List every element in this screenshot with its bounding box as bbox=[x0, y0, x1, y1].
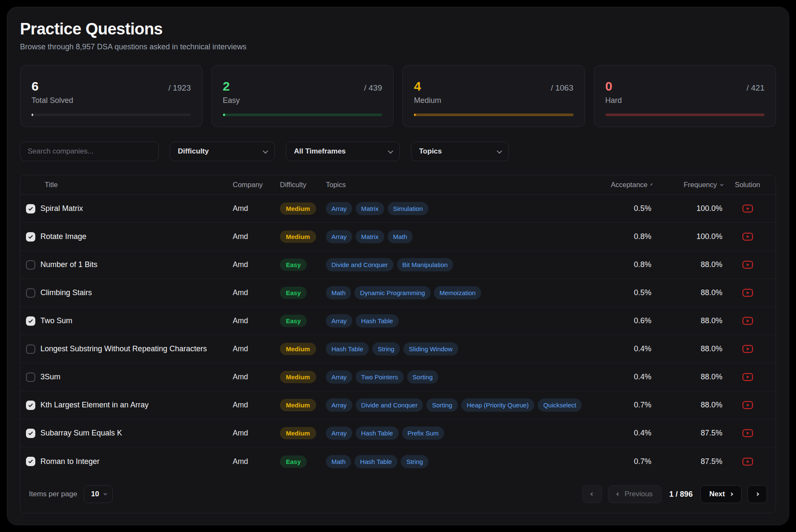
first-page-button[interactable] bbox=[582, 485, 602, 503]
solution-video-button[interactable] bbox=[742, 401, 753, 409]
topic-pill[interactable]: Sorting bbox=[407, 370, 439, 384]
topic-pill[interactable]: Matrix bbox=[356, 230, 384, 243]
topic-pill[interactable]: Array bbox=[326, 398, 352, 412]
topic-pill[interactable]: Array bbox=[326, 314, 352, 327]
topic-pill[interactable]: Memoization bbox=[434, 286, 481, 299]
topic-pill[interactable]: Two Pointers bbox=[356, 370, 404, 384]
table-row[interactable]: Subarray Sum Equals K Amd Medium ArrayHa… bbox=[20, 419, 776, 447]
topic-pill[interactable]: Bit Manipulation bbox=[397, 258, 454, 271]
progress-bar bbox=[605, 114, 765, 116]
table-row[interactable]: Two Sum Amd Easy ArrayHash Table 0.6% 88… bbox=[20, 307, 776, 335]
topics-cell: MathDynamic ProgrammingMemoization bbox=[326, 286, 614, 299]
solved-checkbox[interactable] bbox=[26, 260, 35, 270]
solved-checkbox[interactable] bbox=[26, 204, 35, 213]
row-title[interactable]: Kth Largest Element in an Array bbox=[40, 401, 148, 410]
company-cell: Amd bbox=[233, 288, 280, 297]
solved-checkbox[interactable] bbox=[26, 344, 35, 354]
row-title[interactable]: Two Sum bbox=[40, 316, 72, 325]
topic-pill[interactable]: Quickselect bbox=[538, 398, 582, 412]
solution-video-button[interactable] bbox=[742, 345, 753, 353]
row-title[interactable]: Number of 1 Bits bbox=[40, 260, 97, 269]
topic-pill[interactable]: Math bbox=[326, 286, 351, 299]
topic-pill[interactable]: Divide and Conquer bbox=[326, 258, 394, 271]
solution-video-button[interactable] bbox=[742, 233, 753, 241]
solution-video-button[interactable] bbox=[742, 458, 753, 466]
table-row[interactable]: Climbing Stairs Amd Easy MathDynamic Pro… bbox=[20, 279, 776, 307]
acceptance-cell: 0.4% bbox=[614, 429, 663, 438]
solved-checkbox[interactable] bbox=[26, 429, 35, 438]
topic-pill[interactable]: Hash Table bbox=[356, 427, 399, 440]
acceptance-cell: 0.7% bbox=[614, 401, 663, 410]
topic-pill[interactable]: Hash Table bbox=[356, 314, 399, 327]
topic-pill[interactable]: Math bbox=[388, 230, 413, 243]
topic-pill[interactable]: Math bbox=[326, 455, 351, 468]
last-page-button[interactable] bbox=[747, 485, 767, 503]
chevron-left-icon bbox=[591, 492, 594, 496]
solution-video-button[interactable] bbox=[742, 205, 753, 213]
stat-total: / 1063 bbox=[551, 83, 573, 93]
topic-pill[interactable]: Array bbox=[326, 230, 352, 243]
items-per-page-select[interactable]: 10 bbox=[84, 485, 113, 503]
topic-pill[interactable]: Heap (Priority Queue) bbox=[461, 398, 534, 412]
solution-video-button[interactable] bbox=[742, 373, 753, 381]
topic-pill[interactable]: Prefix Sum bbox=[402, 427, 444, 440]
stat-card-easy: 2 / 439 Easy bbox=[211, 65, 394, 127]
table-row[interactable]: 3Sum Amd Medium ArrayTwo PointersSorting… bbox=[20, 363, 776, 391]
topic-pill[interactable]: Array bbox=[326, 202, 352, 215]
topic-pill[interactable]: Sliding Window bbox=[403, 342, 458, 356]
solution-video-button[interactable] bbox=[742, 289, 753, 297]
acceptance-cell: 0.4% bbox=[614, 344, 663, 353]
row-title[interactable]: Spiral Matrix bbox=[40, 204, 83, 213]
topic-pill[interactable]: Dynamic Programming bbox=[354, 286, 431, 299]
solution-video-button[interactable] bbox=[742, 317, 753, 325]
row-title[interactable]: Roman to Integer bbox=[40, 457, 100, 466]
table-row[interactable]: Number of 1 Bits Amd Easy Divide and Con… bbox=[20, 251, 776, 279]
solved-checkbox[interactable] bbox=[26, 401, 35, 410]
row-title[interactable]: Subarray Sum Equals K bbox=[40, 429, 122, 438]
topic-pill[interactable]: String bbox=[401, 455, 428, 468]
topic-pill[interactable]: Divide and Conquer bbox=[356, 398, 423, 412]
stat-value: 2 bbox=[223, 79, 230, 94]
progress-bar bbox=[414, 114, 573, 116]
progress-bar bbox=[31, 114, 191, 116]
previous-page-button[interactable]: Previous bbox=[608, 485, 662, 503]
difficulty-dropdown[interactable]: Difficulty bbox=[170, 142, 275, 161]
timeframe-dropdown[interactable]: All Timeframes bbox=[286, 142, 400, 161]
solution-video-button[interactable] bbox=[742, 429, 753, 437]
table-row[interactable]: Kth Largest Element in an Array Amd Medi… bbox=[20, 391, 776, 419]
stat-card-hard: 0 / 421 Hard bbox=[594, 65, 776, 127]
column-header-frequency[interactable]: Frequency bbox=[663, 181, 725, 189]
table-row[interactable]: Spiral Matrix Amd Medium ArrayMatrixSimu… bbox=[20, 195, 776, 223]
row-title[interactable]: Rotate Image bbox=[40, 232, 86, 241]
column-header-company: Company bbox=[233, 181, 280, 189]
solved-checkbox[interactable] bbox=[26, 316, 35, 326]
topic-pill[interactable]: Hash Table bbox=[354, 455, 397, 468]
acceptance-cell: 0.8% bbox=[614, 260, 663, 269]
row-title[interactable]: 3Sum bbox=[40, 373, 60, 381]
topic-pill[interactable]: Matrix bbox=[356, 202, 384, 215]
topic-pill[interactable]: Simulation bbox=[388, 202, 428, 215]
column-header-acceptance[interactable]: Acceptance bbox=[614, 181, 663, 189]
topic-pill[interactable]: Array bbox=[326, 370, 352, 384]
search-companies-input[interactable] bbox=[20, 142, 159, 161]
topic-pill[interactable]: Sorting bbox=[426, 398, 458, 412]
difficulty-badge: Easy bbox=[280, 287, 307, 299]
table-row[interactable]: Longest Substring Without Repeating Char… bbox=[20, 335, 776, 363]
solved-checkbox[interactable] bbox=[26, 373, 35, 382]
table-row[interactable]: Rotate Image Amd Medium ArrayMatrixMath … bbox=[20, 223, 776, 251]
solved-checkbox[interactable] bbox=[26, 288, 35, 298]
topic-pill[interactable]: String bbox=[372, 342, 400, 356]
stat-label: Medium bbox=[414, 96, 573, 105]
solution-video-button[interactable] bbox=[742, 261, 753, 269]
next-page-button[interactable]: Next bbox=[700, 485, 742, 503]
difficulty-badge: Easy bbox=[280, 315, 307, 327]
row-title[interactable]: Longest Substring Without Repeating Char… bbox=[40, 344, 207, 353]
solved-checkbox[interactable] bbox=[26, 232, 35, 242]
topic-pill[interactable]: Hash Table bbox=[326, 342, 369, 356]
row-title[interactable]: Climbing Stairs bbox=[40, 288, 92, 297]
topics-dropdown[interactable]: Topics bbox=[411, 142, 509, 161]
table-row[interactable]: Roman to Integer Amd Easy MathHash Table… bbox=[20, 447, 776, 475]
sort-chevron-icon bbox=[650, 183, 653, 185]
solved-checkbox[interactable] bbox=[26, 457, 35, 466]
topic-pill[interactable]: Array bbox=[326, 427, 352, 440]
